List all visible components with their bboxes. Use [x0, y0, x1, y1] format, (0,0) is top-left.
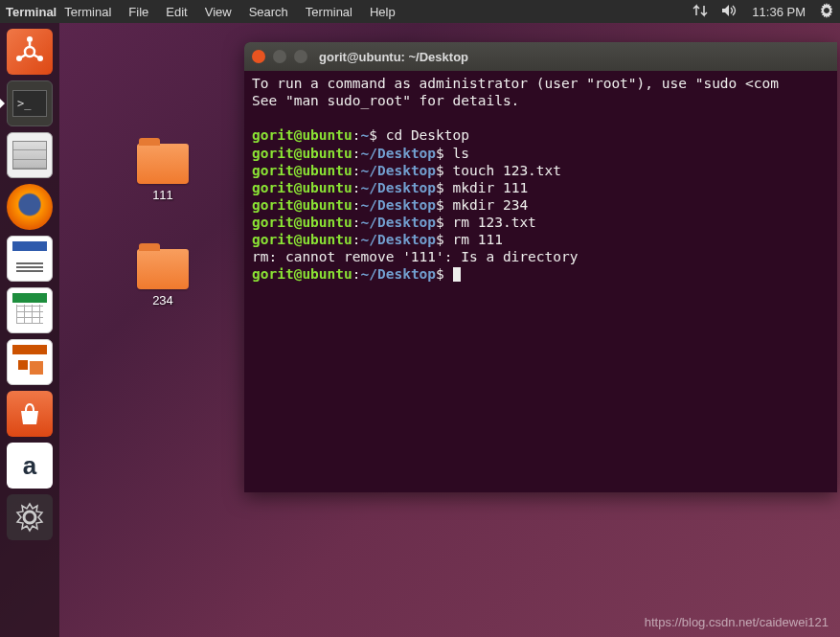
watermark: https://blog.csdn.net/caidewei121	[645, 615, 829, 629]
document-icon	[12, 241, 47, 276]
terminal-window[interactable]: gorit@ubuntu: ~/Desktop To run a command…	[244, 42, 837, 492]
titlebar[interactable]: gorit@ubuntu: ~/Desktop	[244, 42, 837, 71]
menu-edit[interactable]: Edit	[166, 5, 187, 19]
spreadsheet-icon	[12, 293, 47, 328]
dash-icon[interactable]	[7, 29, 53, 75]
window-title: gorit@ubuntu: ~/Desktop	[319, 50, 468, 64]
motd-line: To run a command as administrator (user …	[252, 75, 829, 92]
svg-point-7	[24, 512, 35, 523]
clock[interactable]: 11:36 PM	[752, 5, 806, 19]
folder-icon	[137, 249, 189, 289]
terminal-line: gorit@ubuntu:~/Desktop$ mkdir 234	[252, 196, 829, 214]
window-controls	[252, 50, 307, 63]
close-button[interactable]	[252, 50, 265, 63]
menu-view[interactable]: View	[205, 5, 232, 19]
launcher: >_ a	[0, 23, 59, 637]
menu-file[interactable]: File	[128, 5, 148, 19]
launcher-settings[interactable]	[7, 494, 53, 540]
folder-icon	[137, 144, 189, 184]
volume-icon[interactable]	[721, 4, 738, 20]
svg-point-0	[25, 47, 34, 57]
launcher-amazon[interactable]: a	[7, 443, 53, 489]
motd-line: See "man sudo_root" for details.	[252, 92, 829, 109]
terminal-glyph-icon: >_	[12, 90, 47, 117]
active-app-name: Terminal	[6, 5, 57, 19]
svg-line-6	[21, 55, 26, 57]
menu-help[interactable]: Help	[370, 5, 396, 19]
amazon-letter: a	[23, 451, 36, 481]
gear-icon[interactable]	[819, 3, 834, 21]
system-tray: 11:36 PM	[692, 3, 834, 21]
launcher-firefox[interactable]	[7, 184, 53, 230]
menu-terminal[interactable]: Terminal	[64, 5, 111, 19]
folder-label: 234	[152, 293, 173, 307]
terminal-line: gorit@ubuntu:~$ cd Desktop	[252, 126, 829, 144]
network-icon[interactable]	[692, 4, 708, 20]
launcher-terminal[interactable]: >_	[7, 80, 53, 126]
terminal-line: gorit@ubuntu:~/Desktop$ mkdir 111	[252, 179, 829, 196]
launcher-writer[interactable]	[7, 236, 53, 282]
launcher-software[interactable]	[7, 391, 53, 437]
terminal-line: gorit@ubuntu:~/Desktop$ touch 123.txt	[252, 162, 829, 179]
terminal-line: gorit@ubuntu:~/Desktop$ ls	[252, 145, 829, 162]
terminal-line: gorit@ubuntu:~/Desktop$ rm 123.txt	[252, 214, 829, 231]
minimize-button[interactable]	[273, 50, 286, 63]
terminal-error: rm: cannot remove '111': Is a directory	[252, 248, 829, 265]
launcher-files[interactable]	[7, 132, 53, 178]
terminal-body[interactable]: To run a command as administrator (user …	[244, 71, 837, 492]
desktop-folder-234[interactable]: 234	[125, 249, 201, 307]
desktop-folder-111[interactable]: 111	[125, 144, 201, 202]
terminal-line: gorit@ubuntu:~/Desktop$ rm 111	[252, 231, 829, 248]
maximize-button[interactable]	[294, 50, 307, 63]
cursor-icon	[453, 267, 461, 282]
folder-label: 111	[152, 188, 173, 202]
launcher-calc[interactable]	[7, 287, 53, 333]
file-cabinet-icon	[12, 141, 47, 170]
menu-search[interactable]: Search	[249, 5, 288, 19]
presentation-icon	[12, 345, 47, 379]
top-menubar: Terminal Terminal File Edit View Search …	[0, 0, 840, 23]
menu-terminal2[interactable]: Terminal	[306, 5, 352, 19]
terminal-prompt: gorit@ubuntu:~/Desktop$	[252, 265, 829, 283]
launcher-impress[interactable]	[7, 339, 53, 385]
svg-point-1	[27, 36, 33, 42]
svg-line-5	[34, 55, 38, 57]
